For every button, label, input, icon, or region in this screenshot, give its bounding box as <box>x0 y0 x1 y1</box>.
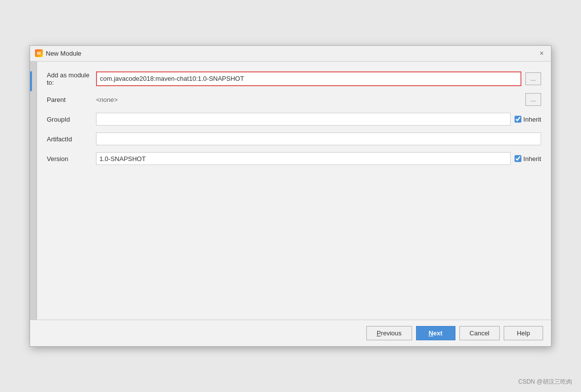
group-id-label: GroupId <box>47 116 96 123</box>
previous-label: Previous <box>377 329 402 337</box>
parent-label: Parent <box>47 96 96 103</box>
new-module-dialog: M New Module × Add as module to: com.jav… <box>30 45 551 347</box>
parent-browse-button[interactable]: ... <box>525 93 541 106</box>
parent-input-wrapper: <none> ... <box>96 93 541 106</box>
dialog-titlebar: M New Module × <box>30 46 551 62</box>
version-inherit-text: Inherit <box>523 155 541 163</box>
cancel-button[interactable]: Cancel <box>459 326 500 340</box>
add-as-module-browse-button[interactable]: ... <box>525 72 541 85</box>
add-as-module-input-wrapper: com.javacode2018:maven-chat10:1.0-SNAPSH… <box>96 71 541 86</box>
group-id-input[interactable] <box>96 113 511 126</box>
parent-value: <none> <box>96 96 521 103</box>
dialog-body: Add as module to: com.javacode2018:maven… <box>30 62 551 320</box>
next-button[interactable]: Next <box>416 326 455 340</box>
version-input[interactable]: 1.0-SNAPSHOT <box>96 152 511 165</box>
dialog-content: Add as module to: com.javacode2018:maven… <box>37 62 551 320</box>
close-button[interactable]: × <box>537 49 546 58</box>
watermark: CSDN @胡汉三吃肉 <box>518 378 572 386</box>
version-input-wrapper: 1.0-SNAPSHOT Inherit <box>96 152 541 165</box>
spacer-area <box>47 172 541 310</box>
add-as-module-row: Add as module to: com.javacode2018:maven… <box>47 71 541 86</box>
group-id-inherit-text: Inherit <box>523 116 541 123</box>
intellij-icon: M <box>35 49 43 57</box>
dialog-overlay: M New Module × Add as module to: com.jav… <box>0 0 581 392</box>
dialog-sidebar <box>30 62 37 320</box>
artifact-id-input[interactable] <box>96 132 541 145</box>
group-id-input-wrapper: Inherit <box>96 113 541 126</box>
group-id-inherit-label: Inherit <box>515 116 541 123</box>
artifact-id-row: ArtifactId <box>47 132 541 145</box>
artifact-id-input-wrapper <box>96 132 541 145</box>
previous-button[interactable]: Previous <box>366 326 412 340</box>
artifact-id-label: ArtifactId <box>47 135 96 143</box>
add-as-module-label: Add as module to: <box>47 71 96 86</box>
version-label: Version <box>47 155 96 163</box>
parent-row: Parent <none> ... <box>47 93 541 106</box>
version-inherit-label: Inherit <box>515 155 541 163</box>
version-row: Version 1.0-SNAPSHOT Inherit <box>47 152 541 165</box>
version-inherit-checkbox[interactable] <box>515 155 521 162</box>
help-button[interactable]: Help <box>504 326 543 340</box>
next-label: Next <box>428 329 442 337</box>
sidebar-accent <box>30 71 32 91</box>
group-id-inherit-checkbox[interactable] <box>515 116 521 123</box>
module-value-display: com.javacode2018:maven-chat10:1.0-SNAPSH… <box>96 71 521 86</box>
group-id-row: GroupId Inherit <box>47 113 541 126</box>
dialog-footer: Previous Next Cancel Help <box>30 320 551 346</box>
title-left: M New Module <box>35 49 81 57</box>
dialog-title: New Module <box>46 50 81 57</box>
